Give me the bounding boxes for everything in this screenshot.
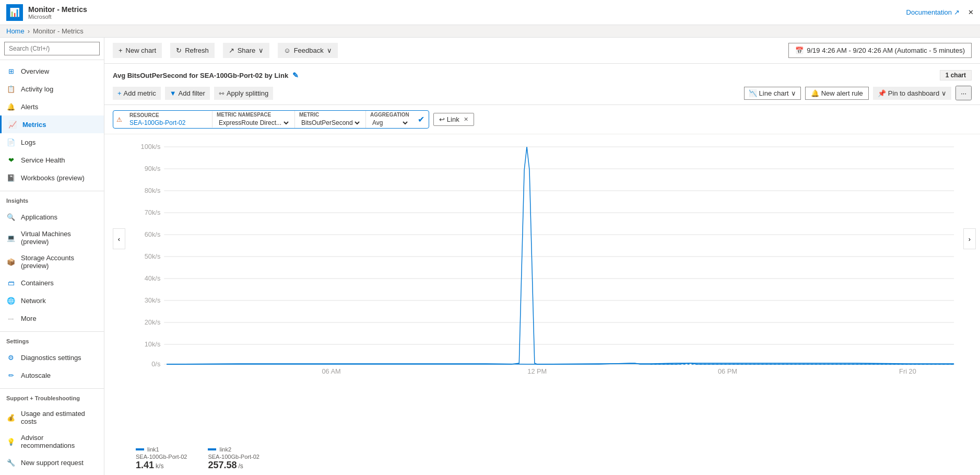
search-input[interactable]: [4, 42, 100, 55]
sidebar-item-support[interactable]: 🔧 New support request: [0, 454, 104, 471]
breadcrumb-home[interactable]: Home: [6, 27, 25, 35]
pin-dashboard-button[interactable]: 📌 Pin to dashboard ∨: [873, 87, 951, 100]
service-health-icon: ❤: [6, 155, 16, 165]
more-options-button[interactable]: ···: [955, 86, 972, 100]
app-icon: 📊: [6, 4, 23, 21]
link-button[interactable]: ↩ Link ✕: [433, 113, 474, 126]
sidebar-item-workbooks[interactable]: 📓 Workbooks (preview): [0, 169, 104, 187]
feedback-chevron-icon: ∨: [327, 47, 332, 54]
sidebar-item-logs[interactable]: 📄 Logs: [0, 133, 104, 151]
network-icon: 🌐: [6, 296, 16, 305]
legend-value-link2: 257.58: [208, 460, 237, 471]
sidebar-support-section: 💰 Usage and estimated costs 💡 Advisor re…: [0, 403, 104, 473]
line-chart-icon: 📉: [749, 89, 757, 97]
resource-input[interactable]: [129, 119, 208, 126]
sidebar-item-metrics[interactable]: 📈 Metrics: [0, 115, 104, 133]
containers-icon: 🗃: [6, 278, 16, 287]
aggregation-label: AGGREGATION: [370, 112, 409, 118]
legend-color-link1: [136, 448, 144, 450]
legend-unit-link1: k/s: [156, 462, 163, 470]
legend-color-link2: [208, 448, 216, 450]
chart-svg: 100k/s 90k/s 80k/s 70k/s 60k/s 50k/s: [136, 138, 959, 379]
edit-title-icon[interactable]: ✎: [292, 71, 299, 79]
sidebar-item-diagnostics[interactable]: ⚙ Diagnostics settings: [0, 349, 104, 366]
link-close-icon[interactable]: ✕: [464, 116, 468, 123]
metric-select[interactable]: BitsOutPerSecond: [299, 119, 361, 127]
sidebar-divider-1: [0, 191, 104, 191]
new-alert-button[interactable]: 🔔 New alert rule: [805, 87, 869, 100]
x-label-12pm: 12 PM: [527, 367, 547, 375]
sidebar-item-activity-log[interactable]: 📋 Activity log: [0, 80, 104, 98]
documentation-link[interactable]: Documentation ↗ ✕: [906, 8, 974, 16]
y-label-80k: 80k/s: [145, 187, 161, 194]
apply-splitting-button[interactable]: ⇿ Apply splitting: [214, 87, 273, 100]
sidebar-item-more[interactable]: ··· More: [0, 309, 104, 327]
y-label-40k: 40k/s: [145, 274, 161, 282]
support-icon: 🔧: [6, 458, 16, 467]
metric-config-bar: ⚠ RESOURCE METRIC NAMESPACE ExpressRoute…: [104, 105, 980, 134]
new-chart-label: New chart: [126, 47, 157, 54]
sidebar-item-applications[interactable]: 🔍 Applications: [0, 208, 104, 226]
new-chart-button[interactable]: + New chart: [113, 43, 162, 58]
insights-section-label: Insights: [0, 193, 104, 206]
app-title-sub: Microsoft: [28, 14, 87, 20]
aggregation-select[interactable]: Avg Min Max Sum Count: [370, 119, 409, 127]
close-icon[interactable]: ✕: [968, 8, 974, 16]
share-button[interactable]: ↗ Share ∨: [223, 43, 270, 58]
pin-label: Pin to dashboard: [888, 89, 939, 97]
namespace-label: METRIC NAMESPACE: [217, 112, 290, 118]
feedback-icon: ☺: [284, 47, 290, 54]
sidebar-search[interactable]: [0, 38, 104, 60]
add-filter-button[interactable]: ▼ Add filter: [165, 87, 210, 100]
sidebar-item-alerts[interactable]: 🔔 Alerts: [0, 98, 104, 115]
time-range-label: 9/19 4:26 AM - 9/20 4:26 AM (Automatic -…: [807, 47, 965, 54]
chart-nav-left[interactable]: ‹: [113, 228, 125, 249]
namespace-select[interactable]: ExpressRoute Direct...: [217, 119, 290, 127]
chart-nav-right[interactable]: ›: [963, 228, 976, 249]
legend-header-link1: link1: [136, 446, 187, 453]
add-metric-label: Add metric: [124, 89, 156, 97]
content-area: + New chart ↻ Refresh ↗ Share ∨ ☺ Feedba…: [104, 38, 980, 475]
splitting-icon: ⇿: [219, 89, 225, 97]
sidebar-item-network[interactable]: 🌐 Network: [0, 292, 104, 309]
metric-config-pill: ⚠ RESOURCE METRIC NAMESPACE ExpressRoute…: [113, 110, 429, 129]
metric-check-icon[interactable]: ✔: [414, 114, 429, 124]
share-label: Share: [238, 47, 256, 54]
feedback-button[interactable]: ☺ Feedback ∨: [278, 43, 337, 58]
sidebar-item-virtual-machines[interactable]: 💻 Virtual Machines (preview): [0, 226, 104, 250]
sidebar-item-storage[interactable]: 📦 Storage Accounts (preview): [0, 250, 104, 274]
sidebar-item-label: Usage and estimated costs: [21, 410, 98, 425]
legend-label-link1: link1: [147, 446, 159, 453]
sidebar-item-usage-costs[interactable]: 💰 Usage and estimated costs: [0, 406, 104, 430]
sidebar-item-label: Applications: [21, 213, 57, 221]
content-toolbar: + New chart ↻ Refresh ↗ Share ∨ ☺ Feedba…: [104, 38, 980, 64]
chart-type-button[interactable]: 📉 Line chart ∨: [744, 87, 801, 100]
time-range-button[interactable]: 📅 9/19 4:26 AM - 9/20 4:26 AM (Automatic…: [788, 43, 972, 58]
refresh-button[interactable]: ↻ Refresh: [170, 43, 215, 58]
sidebar-item-autoscale[interactable]: ✏ Autoscale: [0, 366, 104, 384]
y-axis: 100k/s 90k/s 80k/s 70k/s 60k/s 50k/s: [141, 143, 954, 368]
chart-type-label: Line chart: [759, 89, 789, 97]
link-label: Link: [447, 115, 459, 123]
sidebar-item-service-health[interactable]: ❤ Service Health: [0, 151, 104, 169]
app-title-main: Monitor - Metrics: [28, 5, 87, 14]
y-label-0: 0/s: [151, 360, 160, 368]
sidebar-item-overview[interactable]: ⊞ Overview: [0, 62, 104, 80]
overview-icon: ⊞: [6, 66, 16, 76]
sidebar-item-containers[interactable]: 🗃 Containers: [0, 274, 104, 292]
y-label-70k: 70k/s: [145, 208, 161, 216]
sidebar-item-advisor[interactable]: 💡 Advisor recommendations: [0, 430, 104, 454]
main-layout: ⊞ Overview 📋 Activity log 🔔 Alerts 📈 Met…: [0, 38, 980, 475]
sidebar-item-label: Storage Accounts (preview): [21, 254, 98, 270]
sidebar-settings-section: ⚙ Diagnostics settings ✏ Autoscale: [0, 346, 104, 386]
add-metric-button[interactable]: + Add metric: [113, 87, 161, 100]
sidebar-item-label: Autoscale: [21, 372, 51, 379]
share-chevron-icon: ∨: [258, 47, 264, 54]
chart-line-link2: [167, 147, 954, 364]
alert-label: New alert rule: [821, 89, 863, 97]
chart-area: ‹ › 100k/s 90k/s 80k/s 70k/s: [104, 134, 980, 444]
legend-unit-link2: /s: [239, 462, 243, 470]
sidebar-item-label: Containers: [21, 279, 54, 287]
alert-icon: 🔔: [811, 89, 819, 97]
y-label-100k: 100k/s: [141, 143, 161, 150]
